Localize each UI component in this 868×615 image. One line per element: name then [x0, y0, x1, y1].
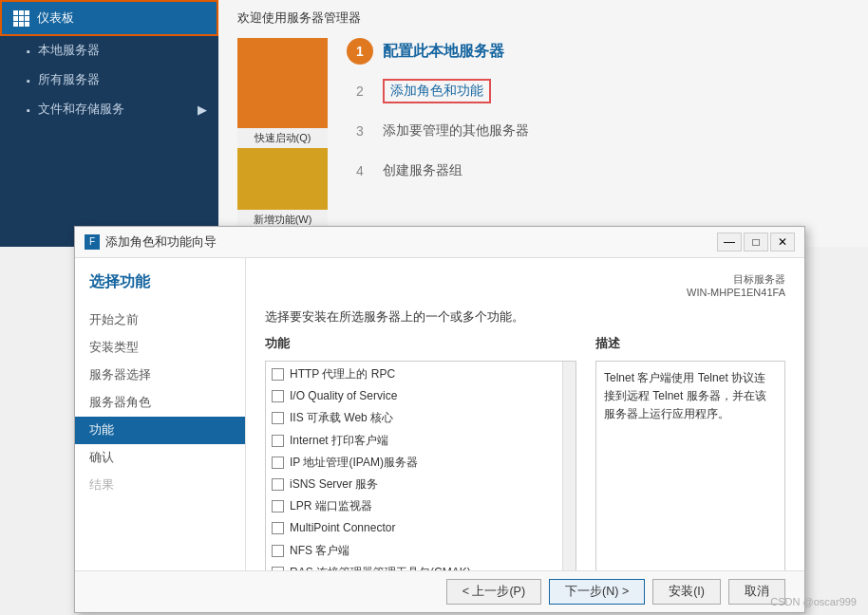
next-button[interactable]: 下一步(N) >: [549, 579, 645, 605]
dialog-title-text: 添加角色和功能向导: [105, 233, 217, 251]
main-content: 欢迎使用服务器管理器 快速启动(Q) 新增功能(W) 1 配置此本地服务器 2 …: [218, 0, 868, 247]
dialog-instruction: 选择要安装在所选服务器上的一个或多个功能。: [265, 309, 785, 326]
feature-label: IIS 可承载 Web 核心: [290, 409, 393, 427]
step-2-number: 2: [347, 78, 373, 104]
checkbox-multipoint[interactable]: [272, 522, 284, 534]
sidebar-item-local-server[interactable]: ▪ 本地服务器: [0, 36, 218, 65]
nav-item-confirm[interactable]: 确认: [75, 444, 245, 472]
step-4-text: 创建服务器组: [383, 162, 462, 179]
step-1-number: 1: [347, 38, 373, 65]
nav-item-before-start[interactable]: 开始之前: [75, 307, 245, 334]
previous-button[interactable]: < 上一步(P): [446, 579, 541, 605]
sidebar: 仪表板 ▪ 本地服务器 ▪ 所有服务器 ▪ 文件和存储服务 ▶: [0, 0, 218, 247]
checkbox-ras[interactable]: [272, 567, 284, 570]
step-1[interactable]: 1 配置此本地服务器: [347, 38, 849, 65]
description-text: Telnet 客户端使用 Telnet 协议连接到远程 Telnet 服务器，并…: [595, 361, 785, 570]
dashboard-icon: [13, 10, 29, 27]
nav-item-server-selection[interactable]: 服务器选择: [75, 362, 245, 389]
checkbox-internet-print[interactable]: [272, 435, 284, 447]
feature-lpr[interactable]: LPR 端口监视器: [266, 495, 576, 517]
storage-icon: ▪: [27, 104, 30, 116]
quick-start-label[interactable]: 快速启动(Q): [237, 128, 328, 148]
feature-label: LPR 端口监视器: [290, 497, 372, 515]
sidebar-item-label: 所有服务器: [38, 72, 100, 88]
dialog-main-top: 目标服务器 WIN-MHPE1EN41FA: [265, 272, 785, 298]
features-column: 功能 HTTP 代理上的 RPC I/O Quality of Service: [265, 335, 576, 570]
step-3-number: 3: [347, 118, 373, 144]
add-roles-dialog: F 添加角色和功能向导 — □ ✕ 选择功能 开始之前 安装类型 服务器选择 服…: [74, 226, 805, 613]
scrollbar[interactable]: [562, 362, 576, 570]
features-list: HTTP 代理上的 RPC I/O Quality of Service IIS…: [266, 362, 576, 570]
target-server-info: 目标服务器 WIN-MHPE1EN41FA: [687, 272, 785, 298]
feature-label: Internet 打印客户端: [290, 432, 388, 450]
feature-label: iSNS Server 服务: [290, 475, 378, 494]
checkbox-lpr[interactable]: [272, 500, 284, 512]
dialog-title: F 添加角色和功能向导: [85, 233, 217, 251]
features-list-container[interactable]: HTTP 代理上的 RPC I/O Quality of Service IIS…: [265, 361, 576, 570]
checkbox-isns[interactable]: [272, 478, 284, 491]
feature-label: NFS 客户端: [290, 542, 349, 560]
checkbox-iis-web[interactable]: [272, 412, 284, 424]
main-title: 欢迎使用服务器管理器: [237, 9, 849, 27]
feature-label: MultiPoint Connector: [290, 519, 395, 537]
dialog-section-title: 选择功能: [75, 272, 245, 307]
dialog-nav-panel: 选择功能 开始之前 安装类型 服务器选择 服务器角色 功能 确认 结果: [75, 258, 246, 570]
watermark: CSDN @oscar999: [770, 596, 857, 607]
nav-item-features[interactable]: 功能: [75, 417, 245, 444]
step-4-number: 4: [347, 158, 373, 184]
checkbox-io-qos[interactable]: [272, 390, 284, 402]
target-server-label: 目标服务器: [733, 273, 785, 285]
servers-icon: ▪: [27, 75, 30, 86]
step-2[interactable]: 2 添加角色和功能: [347, 78, 849, 104]
feature-nfs[interactable]: NFS 客户端: [266, 540, 576, 562]
welcome-steps: 1 配置此本地服务器 2 添加角色和功能 3 添加要管理的其他服务器 4 创建服…: [347, 38, 849, 230]
sidebar-dashboard-item[interactable]: 仪表板: [0, 0, 218, 36]
step-2-text: 添加角色和功能: [383, 79, 491, 103]
sidebar-item-file-storage[interactable]: ▪ 文件和存储服务 ▶: [0, 95, 218, 124]
dialog-app-icon: F: [85, 234, 100, 250]
sidebar-item-label: 文件和存储服务: [38, 102, 124, 118]
welcome-area: 快速启动(Q) 新增功能(W) 1 配置此本地服务器 2 添加角色和功能 3 添…: [237, 38, 849, 230]
step-1-text: 配置此本地服务器: [383, 42, 504, 62]
description-column: 描述 Telnet 客户端使用 Telnet 协议连接到远程 Telnet 服务…: [595, 335, 785, 570]
orange-blocks: 快速启动(Q) 新增功能(W): [237, 38, 328, 230]
minimize-button[interactable]: —: [717, 233, 742, 252]
orange-block-bottom: [237, 148, 328, 210]
nav-item-results[interactable]: 结果: [75, 472, 245, 499]
feature-io-qos[interactable]: I/O Quality of Service: [266, 385, 576, 407]
orange-block-top: [237, 38, 328, 128]
checkbox-ip-ipam[interactable]: [272, 457, 284, 469]
feature-multipoint[interactable]: MultiPoint Connector: [266, 517, 576, 539]
feature-ip-ipam[interactable]: IP 地址管理(IPAM)服务器: [266, 452, 576, 474]
step-3[interactable]: 3 添加要管理的其他服务器: [347, 118, 849, 144]
feature-ras[interactable]: RAS 连接管理器管理工具包(CMAK): [266, 562, 576, 570]
dialog-titlebar: F 添加角色和功能向导 — □ ✕: [75, 227, 804, 258]
sidebar-item-label: 本地服务器: [38, 43, 100, 59]
close-button[interactable]: ✕: [770, 233, 795, 252]
step-3-text: 添加要管理的其他服务器: [383, 122, 529, 140]
checkbox-http-rpc[interactable]: [272, 368, 284, 381]
feature-http-rpc[interactable]: HTTP 代理上的 RPC: [266, 363, 576, 385]
dialog-columns: 功能 HTTP 代理上的 RPC I/O Quality of Service: [265, 335, 785, 570]
feature-isns[interactable]: iSNS Server 服务: [266, 474, 576, 495]
server-manager: 仪表板 ▪ 本地服务器 ▪ 所有服务器 ▪ 文件和存储服务 ▶ 欢迎使用服务器管…: [0, 0, 868, 247]
dialog-footer: < 上一步(P) 下一步(N) > 安装(I) 取消: [75, 570, 804, 612]
checkbox-nfs[interactable]: [272, 545, 284, 557]
dialog-window-controls: — □ ✕: [717, 233, 795, 252]
feature-internet-print[interactable]: Internet 打印客户端: [266, 430, 576, 452]
nav-item-install-type[interactable]: 安装类型: [75, 334, 245, 362]
dialog-main-panel: 目标服务器 WIN-MHPE1EN41FA 选择要安装在所选服务器上的一个或多个…: [246, 258, 804, 570]
feature-label: HTTP 代理上的 RPC: [290, 365, 395, 383]
description-col-header: 描述: [595, 335, 785, 355]
feature-iis-web[interactable]: IIS 可承载 Web 核心: [266, 407, 576, 429]
sidebar-item-all-servers[interactable]: ▪ 所有服务器: [0, 65, 218, 95]
install-button[interactable]: 安装(I): [652, 579, 721, 605]
step-4[interactable]: 4 创建服务器组: [347, 158, 849, 184]
maximize-button[interactable]: □: [744, 233, 768, 252]
feature-label: IP 地址管理(IPAM)服务器: [290, 454, 418, 472]
dialog-body: 选择功能 开始之前 安装类型 服务器选择 服务器角色 功能 确认 结果 目标服务…: [75, 258, 804, 570]
nav-item-server-roles[interactable]: 服务器角色: [75, 389, 245, 417]
dashboard-label: 仪表板: [37, 9, 74, 27]
target-server-value: WIN-MHPE1EN41FA: [687, 287, 785, 298]
feature-label: RAS 连接管理器管理工具包(CMAK): [290, 564, 471, 570]
